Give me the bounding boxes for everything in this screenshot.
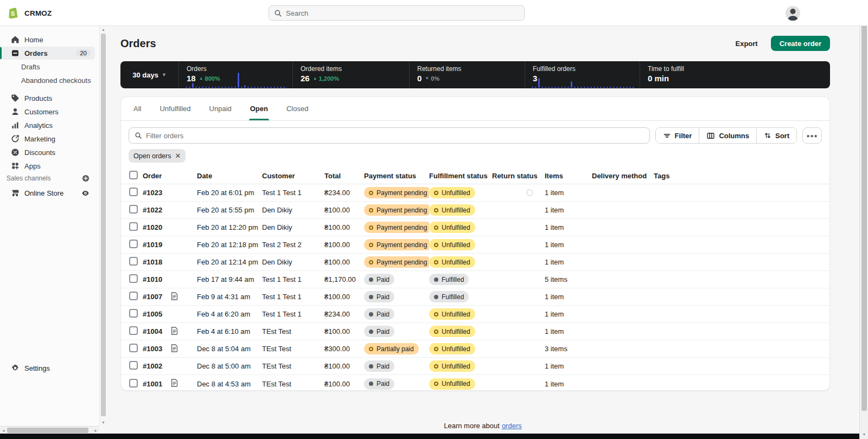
stat-card-ordered-items[interactable]: Ordered items261,200% [293, 61, 410, 88]
order-number[interactable]: #1010 [143, 275, 162, 283]
sidebar-item-analytics[interactable]: Analytics [0, 119, 95, 132]
sidebar-item-home[interactable]: Home [0, 33, 95, 46]
sidebar-item-products[interactable]: Products [0, 92, 95, 105]
filter-orders-field[interactable] [129, 127, 650, 144]
row-checkbox[interactable] [129, 274, 138, 283]
order-row[interactable]: #1002Dec 8 at 5:00 amTEst Test₴100.00Pai… [121, 358, 829, 375]
brand[interactable]: S CRMOZ [8, 0, 52, 26]
order-number[interactable]: #1001 [143, 380, 162, 388]
create-order-button[interactable]: Create order [771, 36, 830, 51]
row-checkbox[interactable] [129, 240, 138, 248]
column-header-payment-status[interactable]: Payment status [364, 172, 429, 180]
row-checkbox[interactable] [129, 326, 138, 335]
orders-help-link[interactable]: orders [502, 422, 522, 430]
row-checkbox[interactable] [129, 361, 138, 370]
order-number[interactable]: #1022 [143, 206, 162, 214]
tab-unfulfilled[interactable]: Unfulfilled [156, 97, 194, 120]
tab-unpaid[interactable]: Unpaid [206, 97, 235, 120]
tab-open[interactable]: Open [247, 97, 271, 120]
row-checkbox[interactable] [129, 344, 138, 352]
sidebar-hscrollbar-thumb[interactable] [7, 428, 88, 433]
order-number[interactable]: #1007 [143, 293, 162, 301]
scroll-right-icon[interactable]: ► [92, 427, 99, 434]
row-checkbox[interactable] [129, 379, 138, 388]
order-row[interactable]: #1003Dec 8 at 5:04 amTEst Test₴300.00Par… [121, 340, 829, 358]
tab-closed[interactable]: Closed [283, 97, 311, 120]
column-header-return-status[interactable]: Return status [492, 172, 545, 180]
view-store-icon[interactable] [81, 189, 90, 197]
order-number[interactable]: #1019 [143, 241, 162, 249]
user-avatar[interactable] [786, 6, 800, 21]
column-header-date[interactable]: Date [197, 172, 262, 180]
sidebar-item-abandoned-checkouts[interactable]: Abandoned checkouts [0, 74, 95, 87]
stat-card-time-to-fulfill[interactable]: Time to fulfill0 min [640, 61, 830, 88]
column-header-total[interactable]: Total [324, 172, 364, 180]
order-total: ₴100.00 [324, 258, 364, 266]
sidebar-item-apps[interactable]: Apps [0, 159, 95, 172]
column-header-tags[interactable]: Tags [654, 172, 829, 180]
row-checkbox[interactable] [129, 222, 138, 231]
sidebar-item-drafts[interactable]: Drafts [0, 60, 95, 73]
page-scrollbar[interactable]: ▲ ▼ [859, 0, 868, 439]
select-all-checkbox[interactable] [129, 171, 138, 179]
row-checkbox[interactable] [129, 309, 138, 318]
global-search[interactable] [269, 5, 525, 21]
order-items: 1 item [545, 380, 592, 388]
order-number[interactable]: #1005 [143, 310, 162, 318]
order-row[interactable]: #1010Feb 17 at 9:44 amTest 1 Test 1₴1,17… [121, 271, 829, 288]
order-number[interactable]: #1023 [143, 189, 162, 197]
row-checkbox[interactable] [129, 188, 138, 196]
row-checkbox[interactable] [129, 292, 138, 300]
export-button[interactable]: Export [730, 37, 763, 50]
sidebar-item-orders[interactable]: Orders20 [0, 47, 95, 60]
order-row[interactable]: #1022Feb 20 at 5:55 pmDen Dikiy₴100.00Pa… [121, 202, 829, 219]
order-number[interactable]: #1004 [143, 327, 162, 335]
row-checkbox[interactable] [129, 257, 138, 266]
column-header-fulfillment-status[interactable]: Fulfillment status [429, 172, 492, 180]
filter-button[interactable]: Filter [656, 128, 700, 143]
order-row[interactable]: #1023Feb 20 at 6:01 pmTest 1 Test 1₴234.… [121, 184, 829, 202]
column-header-customer[interactable]: Customer [262, 172, 324, 180]
add-sales-channel-icon[interactable] [82, 175, 90, 182]
date-range-selector[interactable]: 30 days ▼ [120, 61, 179, 88]
order-number[interactable]: #1020 [143, 223, 162, 231]
order-number[interactable]: #1018 [143, 258, 162, 266]
column-header-order[interactable]: Order [143, 172, 197, 180]
scroll-left-icon[interactable]: ◄ [0, 427, 7, 434]
order-row[interactable]: #1007Feb 9 at 4:31 amTest 1 Test 1₴100.0… [121, 288, 829, 306]
column-header-items[interactable]: Items [545, 172, 592, 180]
order-row[interactable]: #1020Feb 20 at 12:20 pmDen Dikiy₴100.00P… [121, 219, 829, 236]
sidebar-item-discounts[interactable]: Discounts [0, 146, 95, 159]
sort-button[interactable]: Sort [757, 128, 796, 143]
order-row[interactable]: #1004Feb 4 at 6:10 amTEst Test₴100.00Pai… [121, 323, 829, 340]
sidebar-item-marketing[interactable]: Marketing [0, 132, 95, 145]
sidebar-horizontal-scrollbar[interactable]: ◄ ► [0, 426, 99, 434]
order-row[interactable]: #1005Feb 4 at 6:20 amTest 1 Test 1₴234.0… [121, 306, 829, 323]
stat-card-returned-items[interactable]: Returned items00% [410, 61, 525, 88]
columns-button[interactable]: Columns [699, 128, 757, 143]
more-options-button[interactable]: ●●● [802, 127, 822, 144]
order-total: ₴100.00 [324, 362, 364, 370]
global-search-input[interactable] [286, 9, 519, 17]
order-number[interactable]: #1002 [143, 362, 162, 370]
sidebar-item-settings[interactable]: Settings [0, 361, 95, 375]
page-scroll-down-icon[interactable]: ▼ [860, 431, 868, 438]
remove-filter-icon[interactable]: ✕ [175, 152, 181, 160]
order-number[interactable]: #1003 [143, 345, 162, 353]
filter-orders-input[interactable] [146, 132, 644, 140]
stat-card-fulfilled-orders[interactable]: Fulfilled orders3 [525, 61, 640, 88]
sidebar-scrollbar[interactable]: ▲ ▼ [99, 26, 106, 426]
sidebar-item-online-store[interactable]: Online Store [0, 186, 95, 199]
open-orders-filter-chip[interactable]: Open orders ✕ [129, 149, 186, 163]
order-row[interactable]: #1019Feb 20 at 12:18 pmTest 2 Test 2₴100… [121, 236, 829, 254]
order-row[interactable]: #1001Dec 8 at 4:53 amTEst Test₴100.00Pai… [121, 375, 829, 392]
page-title: Orders [120, 37, 156, 50]
stat-card-orders[interactable]: Orders18800% [179, 61, 293, 88]
sidebar-item-customers[interactable]: Customers [0, 105, 95, 118]
page-scrollbar-thumb[interactable] [861, 10, 867, 411]
column-header-delivery-method[interactable]: Delivery method [592, 172, 654, 180]
row-checkbox[interactable] [129, 205, 138, 214]
order-row[interactable]: #1018Feb 20 at 12:14 pmDen Dikiy₴100.00P… [121, 254, 829, 271]
sidebar-scrollbar-thumb[interactable] [101, 34, 106, 416]
tab-all[interactable]: All [130, 97, 144, 120]
